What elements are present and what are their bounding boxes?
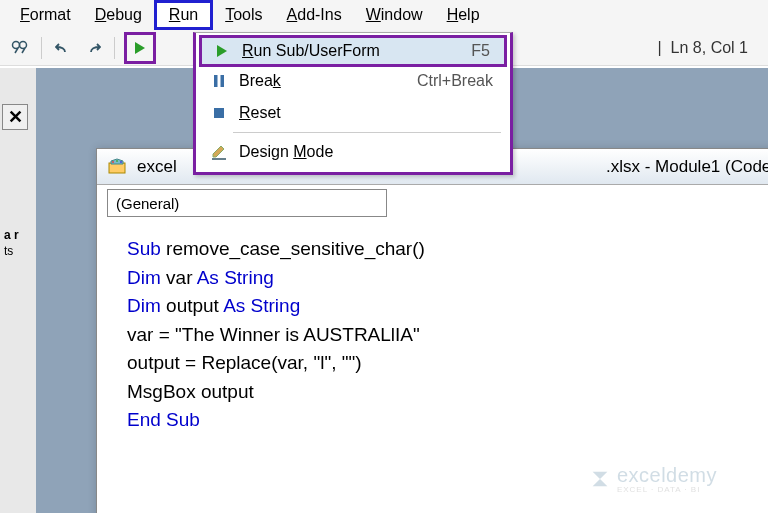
menu-item-label: Reset xyxy=(233,104,501,122)
menu-separator xyxy=(233,132,501,133)
watermark-icon xyxy=(589,468,611,490)
menu-item-label: Design Mode xyxy=(233,143,501,161)
cursor-position: | Ln 8, Col 1 xyxy=(646,39,760,57)
run-button-highlight xyxy=(124,32,156,64)
redo-icon[interactable] xyxy=(81,36,105,60)
pause-icon xyxy=(205,74,233,88)
stop-icon xyxy=(205,107,233,119)
svg-point-9 xyxy=(112,161,114,163)
svg-rect-6 xyxy=(214,108,224,118)
close-button[interactable]: ✕ xyxy=(2,104,28,130)
menu-help[interactable]: Help xyxy=(435,3,492,27)
procedure-select[interactable]: (General) xyxy=(107,189,387,217)
menu-format[interactable]: Format xyxy=(8,3,83,27)
svg-point-1 xyxy=(20,41,27,48)
menu-tools[interactable]: Tools xyxy=(213,3,274,27)
menu-item-label: Break xyxy=(233,72,417,90)
window-title-suffix: .xlsx - Module1 (Code) xyxy=(606,157,768,177)
svg-point-0 xyxy=(13,41,20,48)
svg-rect-4 xyxy=(214,75,218,87)
sidebar: ✕ a r ts xyxy=(0,68,36,513)
find-icon[interactable] xyxy=(8,36,32,60)
svg-point-11 xyxy=(120,161,122,163)
svg-rect-5 xyxy=(221,75,225,87)
window-title: excel xyxy=(137,157,177,177)
undo-icon[interactable] xyxy=(51,36,75,60)
watermark: exceldemy EXCEL · DATA · BI xyxy=(589,464,717,494)
menubar: Format Debug Run Tools Add-Ins Window He… xyxy=(0,0,768,30)
run-button[interactable] xyxy=(128,36,152,60)
module-icon xyxy=(107,157,127,177)
menu-addins[interactable]: Add-Ins xyxy=(275,3,354,27)
play-icon xyxy=(208,44,236,58)
menu-run-sub[interactable]: Run Sub/UserForm F5 xyxy=(199,35,507,67)
code-editor[interactable]: Sub remove_case_sensitive_char() Dim var… xyxy=(97,221,768,449)
menu-shortcut: F5 xyxy=(471,42,498,60)
menu-window[interactable]: Window xyxy=(354,3,435,27)
run-menu-dropdown: Run Sub/UserForm F5 Break Ctrl+Break Res… xyxy=(193,32,513,175)
menu-debug[interactable]: Debug xyxy=(83,3,154,27)
code-window: excel .xlsx - Module1 (Code) (General) S… xyxy=(96,148,768,513)
menu-item-label: Run Sub/UserForm xyxy=(236,42,471,60)
design-icon xyxy=(205,144,233,160)
menu-shortcut: Ctrl+Break xyxy=(417,72,501,90)
menu-run[interactable]: Run xyxy=(154,0,213,30)
menu-break[interactable]: Break Ctrl+Break xyxy=(199,65,507,97)
sidebar-text: a r ts xyxy=(4,228,19,259)
menu-design-mode[interactable]: Design Mode xyxy=(199,136,507,168)
menu-reset[interactable]: Reset xyxy=(199,97,507,129)
svg-point-10 xyxy=(116,160,118,162)
